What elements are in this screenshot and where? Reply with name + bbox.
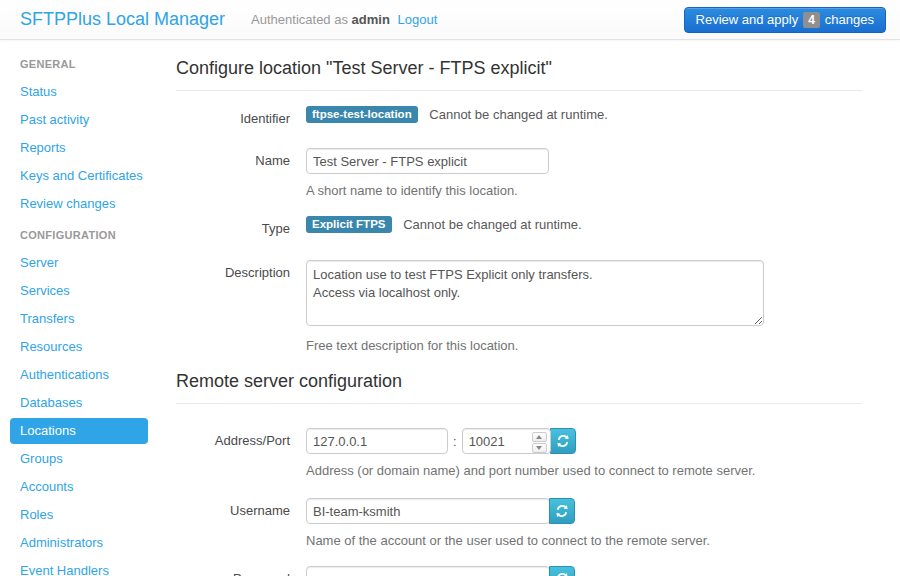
password-row: Password bbox=[176, 566, 862, 576]
sidebar-item-groups[interactable]: Groups bbox=[10, 446, 148, 472]
address-port-separator: : bbox=[453, 434, 457, 449]
password-label: Password bbox=[176, 566, 306, 576]
description-textarea[interactable]: Location use to test FTPS Explicit only … bbox=[306, 260, 764, 326]
sidebar-item-reports[interactable]: Reports bbox=[10, 135, 148, 161]
password-input[interactable] bbox=[306, 566, 550, 576]
sidebar-item-status[interactable]: Status bbox=[10, 79, 148, 105]
sidebar-item-transfers[interactable]: Transfers bbox=[10, 306, 148, 332]
name-label: Name bbox=[176, 148, 306, 198]
username-refresh-button[interactable] bbox=[549, 498, 575, 524]
sidebar-item-services[interactable]: Services bbox=[10, 278, 148, 304]
chevron-up-icon bbox=[536, 435, 542, 439]
description-label: Description bbox=[176, 260, 306, 353]
type-row: Type Explicit FTPS Cannot be changed at … bbox=[176, 216, 862, 236]
name-help: A short name to identify this location. bbox=[306, 183, 862, 198]
review-button-text-post: changes bbox=[825, 12, 874, 27]
auth-username: admin bbox=[352, 12, 390, 27]
logout-link[interactable]: Logout bbox=[398, 12, 438, 27]
address-port-help: Address (or domain name) and port number… bbox=[306, 463, 862, 478]
type-label: Type bbox=[176, 216, 306, 236]
identifier-row: Identifier ftpse-test-location Cannot be… bbox=[176, 106, 862, 126]
sidebar-nav: GENERAL Status Past activity Reports Key… bbox=[0, 40, 160, 576]
auth-status: Authenticated as admin Logout bbox=[251, 12, 437, 27]
password-refresh-button[interactable] bbox=[549, 566, 575, 576]
port-field bbox=[462, 428, 551, 454]
description-row: Description Location use to test FTPS Ex… bbox=[176, 260, 862, 353]
name-input[interactable] bbox=[306, 148, 549, 174]
address-input[interactable] bbox=[306, 428, 448, 454]
sidebar-section-configuration: CONFIGURATION bbox=[0, 219, 160, 250]
app-brand[interactable]: SFTPPlus Local Manager bbox=[0, 9, 225, 30]
sidebar-item-databases[interactable]: Databases bbox=[10, 390, 148, 416]
username-help: Name of the account or the user used to … bbox=[306, 533, 862, 548]
refresh-icon bbox=[555, 504, 569, 518]
sidebar-item-authentications[interactable]: Authentications bbox=[10, 362, 148, 388]
review-and-apply-button[interactable]: Review and apply 4 changes bbox=[684, 7, 886, 33]
sidebar-section-general: GENERAL bbox=[0, 48, 160, 79]
sidebar-item-server[interactable]: Server bbox=[10, 250, 148, 276]
port-spinner-up[interactable] bbox=[532, 432, 547, 442]
remote-section-title: Remote server configuration bbox=[176, 371, 862, 404]
sidebar-item-roles[interactable]: Roles bbox=[10, 502, 148, 528]
sidebar-item-locations[interactable]: Locations bbox=[10, 418, 148, 444]
username-input[interactable] bbox=[306, 498, 550, 524]
sidebar-item-past-activity[interactable]: Past activity bbox=[10, 107, 148, 133]
name-row: Name A short name to identify this locat… bbox=[176, 148, 862, 198]
port-spinner-down[interactable] bbox=[532, 443, 547, 453]
auth-prefix: Authenticated as bbox=[251, 12, 348, 27]
chevron-down-icon bbox=[536, 446, 542, 450]
review-button-text-pre: Review and apply bbox=[696, 12, 799, 27]
sidebar-item-review-changes[interactable]: Review changes bbox=[10, 191, 148, 217]
username-label: Username bbox=[176, 498, 306, 548]
username-row: Username Name bbox=[176, 498, 862, 548]
sidebar-item-event-handlers[interactable]: Event Handlers bbox=[10, 558, 148, 576]
sidebar-item-resources[interactable]: Resources bbox=[10, 334, 148, 360]
address-port-refresh-button[interactable] bbox=[550, 428, 576, 454]
sidebar-item-keys-and-certificates[interactable]: Keys and Certificates bbox=[10, 163, 148, 189]
top-header: SFTPPlus Local Manager Authenticated as … bbox=[0, 0, 900, 40]
page-title: Configure location "Test Server - FTPS e… bbox=[176, 58, 862, 91]
changes-count-badge: 4 bbox=[803, 12, 820, 28]
type-note: Cannot be changed at runtime. bbox=[403, 217, 582, 232]
refresh-icon bbox=[555, 572, 569, 576]
identifier-label: Identifier bbox=[176, 106, 306, 126]
main-content: Configure location "Test Server - FTPS e… bbox=[160, 40, 900, 576]
identifier-note: Cannot be changed at runtime. bbox=[429, 107, 608, 122]
type-badge: Explicit FTPS bbox=[306, 216, 392, 233]
description-help: Free text description for this location. bbox=[306, 338, 862, 353]
address-port-label: Address/Port bbox=[176, 428, 306, 478]
port-spinner bbox=[532, 432, 547, 453]
address-port-row: Address/Port : bbox=[176, 428, 862, 478]
sidebar-item-accounts[interactable]: Accounts bbox=[10, 474, 148, 500]
sidebar-item-administrators[interactable]: Administrators bbox=[10, 530, 148, 556]
identifier-badge: ftpse-test-location bbox=[306, 106, 418, 123]
refresh-icon bbox=[556, 434, 570, 448]
